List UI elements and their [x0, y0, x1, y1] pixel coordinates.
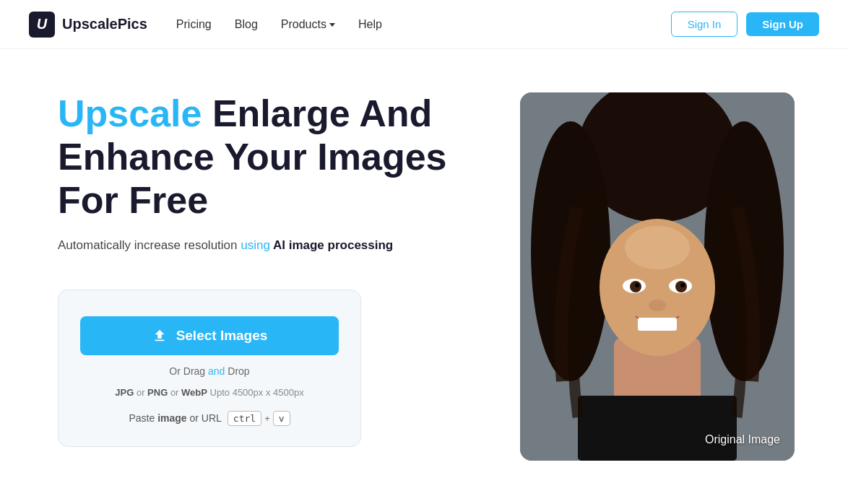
right-section: Original Image	[520, 92, 795, 461]
paste-row: Paste image or URL ctrl + v	[129, 411, 290, 426]
kbd-plus: +	[264, 413, 270, 424]
subtitle-prefix: Automatically increase resolution	[58, 238, 241, 252]
original-image-container: Original Image	[520, 92, 795, 461]
nav-links: Pricing Blog Products Help	[176, 18, 671, 31]
nav-blog[interactable]: Blog	[235, 18, 258, 31]
keyboard-shortcut: ctrl + v	[228, 411, 290, 426]
nav-pricing[interactable]: Pricing	[176, 18, 212, 31]
subtitle-ai: AI image processing	[270, 238, 393, 252]
hero-title: Upscale Enlarge And Enhance Your Images …	[58, 92, 477, 222]
hero-subtitle: Automatically increase resolution using …	[58, 236, 477, 255]
subtitle-using: using	[241, 238, 270, 252]
nav-products[interactable]: Products	[281, 18, 335, 31]
logo-text: UpscalePics	[62, 16, 147, 32]
chevron-down-icon	[329, 23, 335, 27]
navbar: U UpscalePics Pricing Blog Products Help…	[0, 0, 848, 49]
image-label: Original Image	[705, 433, 780, 446]
logo-icon: U	[29, 12, 55, 38]
upload-box: Select Images Or Drag and Drop JPG or PN…	[58, 290, 361, 447]
main-content: Upscale Enlarge And Enhance Your Images …	[0, 49, 848, 490]
upload-icon	[152, 328, 168, 344]
drag-drop-text: Or Drag and Drop	[169, 365, 249, 377]
file-types-text: JPG or PNG or WebP Upto 4500px x 4500px	[115, 387, 303, 398]
paste-label: Paste image or URL	[129, 412, 221, 424]
nav-actions: Sign In Sign Up	[671, 12, 819, 37]
left-section: Upscale Enlarge And Enhance Your Images …	[58, 92, 477, 447]
select-images-label: Select Images	[176, 328, 268, 344]
nav-help[interactable]: Help	[358, 18, 382, 31]
signin-button[interactable]: Sign In	[671, 12, 738, 37]
kbd-ctrl: ctrl	[228, 411, 261, 426]
portrait-image	[520, 92, 795, 461]
hero-title-highlight: Upscale	[58, 92, 202, 134]
logo-link[interactable]: U UpscalePics	[29, 12, 147, 38]
kbd-v: v	[273, 411, 290, 426]
signup-button[interactable]: Sign Up	[746, 12, 819, 36]
select-images-button[interactable]: Select Images	[80, 316, 339, 355]
